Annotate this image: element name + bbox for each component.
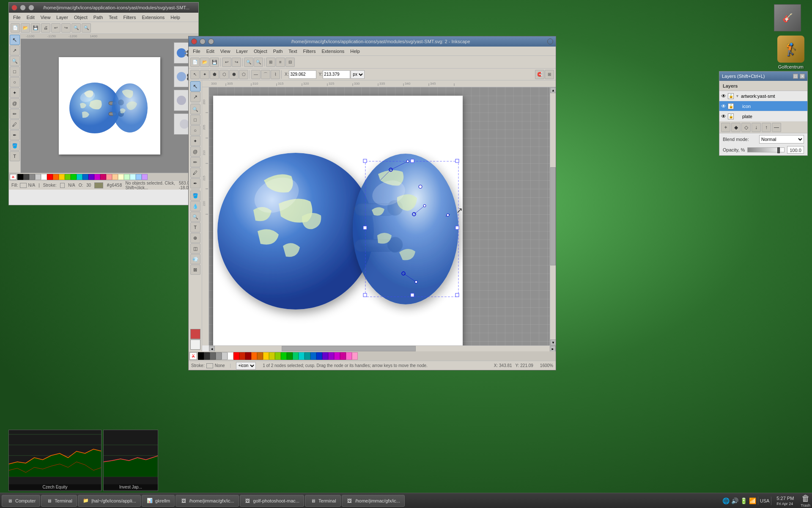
main-tool-node-edit[interactable]: ↗ [190, 92, 200, 102]
opacity-thumb[interactable] [777, 147, 780, 153]
layer-lock-1[interactable]: 🔓 [728, 93, 734, 99]
taskbar-item-inkscape1[interactable]: 🖼 /home/jimmac/gfx/ic... [176, 495, 239, 507]
toolbar-redo[interactable]: ↪ [61, 23, 71, 33]
main-tool-save[interactable]: 💾 [210, 58, 219, 67]
palette-magenta[interactable] [94, 174, 100, 180]
main-tool-rect3[interactable]: □ [190, 115, 200, 125]
menu-object[interactable]: Object [71, 14, 90, 21]
menu-file[interactable]: File [11, 14, 23, 21]
palette-purple[interactable] [88, 174, 94, 180]
close-button[interactable] [11, 5, 17, 11]
palette-white[interactable] [41, 174, 47, 180]
main-tool-eraser[interactable]: ⊠ [190, 265, 200, 275]
p-d1[interactable] [204, 352, 210, 360]
main-close-btn[interactable] [191, 39, 197, 44]
main-tool-zoom3[interactable]: 🔍 [190, 104, 200, 114]
main-tool-zoomout[interactable]: 🔍 [254, 58, 263, 67]
p-darkyellow[interactable] [269, 352, 275, 360]
toolbar-zoom-out[interactable]: 🔍 [82, 23, 91, 33]
tool-node[interactable]: ↗ [10, 45, 20, 55]
main-menu-help[interactable]: Help [348, 48, 362, 55]
layer-vis-3[interactable]: 👁 [721, 113, 726, 119]
palette-lviolet[interactable] [142, 174, 148, 180]
tool-zoom2[interactable]: 🔍 [10, 56, 20, 66]
layer-del-btn[interactable]: — [772, 123, 781, 132]
tool-spiral[interactable]: @ [10, 98, 20, 108]
palette-lgreen[interactable] [124, 174, 130, 180]
menu-layer[interactable]: Layer [54, 14, 71, 21]
snap-cusp[interactable]: ⬟ [210, 70, 219, 79]
snap-line[interactable]: — [251, 70, 261, 79]
hscroll-left[interactable]: ◄ [209, 346, 215, 351]
main-tool-select[interactable]: ↖ [190, 81, 200, 91]
layer-add-btn[interactable]: + [721, 123, 730, 132]
tool-star[interactable]: ✦ [10, 88, 20, 98]
layers-restore-btn[interactable]: □ [793, 74, 798, 79]
p-teal[interactable] [293, 352, 299, 360]
main-menu-text[interactable]: Text [286, 48, 299, 55]
main-tool-dropper[interactable]: 💧 [190, 201, 200, 211]
main-tool-gradient[interactable]: ◫ [190, 243, 200, 254]
p-white[interactable] [228, 352, 233, 360]
p-magenta[interactable] [334, 352, 340, 360]
layer-vis-2[interactable]: 👁 [721, 103, 726, 109]
main-tool-connector[interactable]: ⊕ [190, 233, 200, 243]
tool-ellipse[interactable]: ○ [10, 77, 20, 87]
main-tool-grid[interactable]: ⊞ [266, 58, 275, 67]
p-darkgreen[interactable] [287, 352, 293, 360]
palette-lblue[interactable] [136, 174, 142, 180]
p-d3[interactable] [216, 352, 222, 360]
tool-pen[interactable]: 🖊 [10, 119, 20, 130]
tool-select[interactable]: ↖ [10, 35, 20, 45]
fg-color-indicator[interactable] [190, 329, 200, 339]
main-min-btn[interactable] [200, 39, 206, 44]
p-lpink[interactable] [346, 352, 352, 360]
layer-expand-1[interactable]: ▼ [735, 94, 739, 98]
p-cyan[interactable] [299, 352, 304, 360]
tool-rect2[interactable]: □ [10, 66, 20, 77]
layers-close-btn[interactable]: ✕ [800, 74, 805, 79]
menu-extensions[interactable]: Extensions [139, 14, 167, 21]
p-yellow[interactable] [263, 352, 269, 360]
vscrollbar[interactable]: ▲ ▼ [550, 87, 556, 345]
vscroll-up[interactable]: ▲ [550, 87, 556, 93]
layer-selector[interactable]: +icon [236, 362, 256, 370]
palette-none[interactable]: X [10, 174, 16, 180]
menu-edit[interactable]: Edit [24, 14, 37, 21]
palette-yellow[interactable] [59, 174, 65, 180]
taskbar-item-hal[interactable]: 📁 |hal~/gfx/icons/appli... [78, 495, 141, 507]
palette-darkgray[interactable] [23, 174, 29, 180]
layer-plate-row[interactable]: 👁 🔓 plate [719, 111, 807, 121]
taskbar-item-terminal[interactable]: 🖥 Terminal [41, 495, 77, 507]
layer-merge-btn[interactable]: ◇ [741, 123, 751, 132]
palette-pink[interactable] [100, 174, 106, 180]
bg-color-indicator[interactable] [190, 340, 200, 350]
p-black[interactable] [198, 352, 204, 360]
snap-node-add[interactable]: ↖ [190, 70, 200, 79]
palette-lime[interactable] [65, 174, 71, 180]
p-red[interactable] [233, 352, 239, 360]
snap-toggle[interactable]: 🧲 [535, 70, 544, 79]
main-menu-filters[interactable]: Filters [301, 48, 318, 55]
main-tool-pencil2[interactable]: ✏ [190, 157, 200, 167]
x-input[interactable] [289, 70, 316, 79]
toolbar-undo[interactable]: ↩ [51, 23, 60, 33]
main-tool-callig2[interactable]: ✒ [190, 178, 200, 188]
palette-lpink[interactable] [106, 174, 112, 180]
toolbar-open[interactable]: 📂 [21, 23, 30, 33]
snap-sym[interactable]: ⬢ [229, 70, 239, 79]
palette-orange[interactable] [53, 174, 59, 180]
main-menu-object[interactable]: Object [251, 48, 270, 55]
p-darkblue[interactable] [316, 352, 322, 360]
p-violet[interactable] [322, 352, 328, 360]
main-max-btn[interactable] [208, 39, 214, 44]
palette-blue[interactable] [82, 174, 88, 180]
layer-up-btn[interactable]: ↑ [762, 123, 771, 132]
p-lime[interactable] [275, 352, 281, 360]
snap-smooth[interactable]: ⬡ [219, 70, 229, 79]
toolbar-zoom-in[interactable]: 🔍 [71, 23, 81, 33]
layer-dup-btn[interactable]: ◆ [731, 123, 741, 132]
vscroll-thumb[interactable] [550, 167, 556, 266]
tool-text2[interactable]: T [10, 151, 20, 161]
main-menu-layer[interactable]: Layer [233, 48, 250, 55]
